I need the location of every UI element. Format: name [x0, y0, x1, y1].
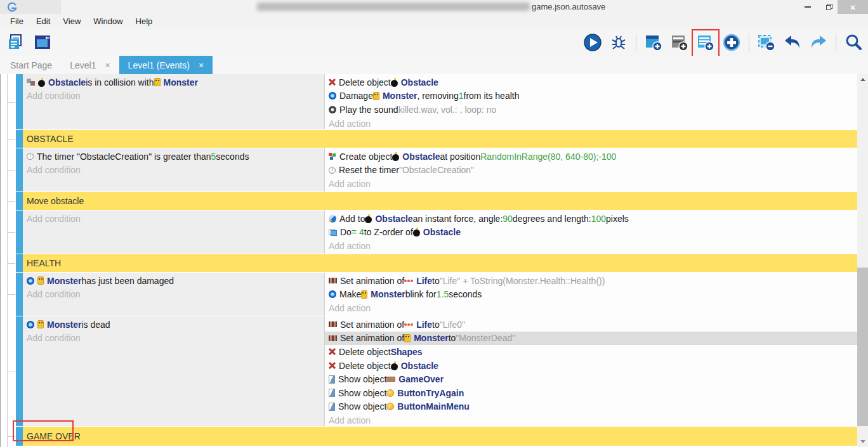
text-token: Create object — [339, 152, 392, 162]
add-scene-button[interactable] — [643, 32, 664, 53]
condition-line[interactable]: Monster is dead — [23, 318, 324, 332]
event-selection-bar[interactable] — [16, 427, 23, 446]
add-condition-button[interactable]: Add condition — [23, 164, 324, 178]
event-row: Monster is deadAdd conditionSet animatio… — [1, 316, 857, 426]
search-button[interactable] — [843, 32, 864, 53]
tab-close-icon[interactable]: × — [199, 60, 204, 70]
event-selection-bar[interactable] — [16, 148, 23, 191]
action-line[interactable]: Reset the timer "ObstacleCreation" — [325, 164, 857, 178]
tab-level1-events-[interactable]: Level1 (Events)× — [119, 56, 213, 74]
action-line[interactable]: Play the sound killed.wav, vol.: , loop:… — [325, 103, 857, 117]
event-selection-bar[interactable] — [16, 192, 23, 210]
add-event-button[interactable] — [695, 32, 716, 53]
event-selection-bar[interactable] — [16, 254, 23, 272]
undo-button[interactable] — [782, 32, 803, 53]
text-token: "Life" + ToString(Monster.Health::Health… — [440, 276, 605, 286]
scene-editor-window-icon — [32, 32, 53, 53]
play-icon — [583, 33, 602, 52]
restore-button[interactable] — [820, 0, 839, 14]
action-line[interactable]: Set animation of Life to "Life0" — [325, 318, 857, 332]
menu-file[interactable]: File — [4, 14, 30, 29]
redo-button[interactable] — [808, 32, 829, 53]
add-action-button[interactable]: Add action — [325, 301, 857, 315]
debug-button[interactable] — [608, 32, 629, 53]
tab-close-icon[interactable]: × — [105, 60, 110, 70]
actions-column: Add to Obstacle an instant force, angle:… — [325, 211, 857, 254]
add-external-events-icon — [669, 32, 690, 53]
action-line[interactable]: Add to Obstacle an instant force, angle:… — [325, 212, 857, 226]
actions-column: Set animation of Life to "Life" + ToStri… — [325, 273, 857, 316]
add-action-button[interactable]: Add action — [325, 117, 857, 131]
event-selection-bar[interactable] — [16, 130, 23, 148]
object-name: Obstacle — [48, 77, 86, 87]
comment-label[interactable]: OBSTACLE — [23, 130, 857, 148]
action-line[interactable]: Show object ButtonTryAgain — [325, 386, 857, 400]
event-row: The timer "ObstacleCreation" is greater … — [1, 148, 857, 191]
action-line[interactable]: Make Monster blink for 1.5 seconds — [325, 288, 857, 302]
remove-event-button[interactable] — [756, 32, 777, 53]
scroll-up-arrow[interactable] — [857, 74, 868, 85]
menu-help[interactable]: Help — [129, 14, 159, 29]
menu-edit[interactable]: Edit — [30, 14, 56, 29]
project-manager-button[interactable] — [5, 32, 27, 53]
action-line[interactable]: Delete object Obstacle — [325, 359, 857, 373]
scene-editor-window-button[interactable] — [32, 32, 53, 53]
menu-window[interactable]: Window — [87, 14, 129, 29]
play-button[interactable] — [582, 32, 603, 53]
text-token: seconds — [449, 289, 482, 299]
action-line[interactable]: Delete object Shapes — [325, 345, 857, 359]
action-line[interactable]: Show object GameOver — [325, 372, 857, 386]
add-condition-button[interactable]: Add condition — [23, 332, 324, 346]
add-condition-button[interactable]: Add condition — [23, 288, 324, 302]
text-token: 90 — [503, 214, 513, 224]
object-name: Life — [416, 276, 432, 286]
toolbar-left-group — [5, 32, 53, 53]
add-action-button[interactable]: Add action — [325, 239, 857, 253]
event-gutter — [1, 427, 16, 446]
condition-line[interactable]: The timer "ObstacleCreation" is greater … — [23, 150, 324, 164]
action-line[interactable]: Set animation of Life to "Life" + ToStri… — [325, 274, 857, 288]
condition-line[interactable]: Obstacle is in collision with Monster — [23, 75, 324, 89]
event-gutter — [1, 211, 16, 254]
event-gutter — [1, 130, 16, 148]
action-line[interactable]: Damage Monster, removing 1 from its heal… — [325, 89, 857, 103]
text-token: "ObstacleCreation" — [399, 165, 474, 175]
action-line[interactable]: Show object ButtonMainMenu — [325, 400, 857, 414]
event-selection-bar[interactable] — [16, 74, 23, 129]
action-line[interactable]: Set animation of Monster to "MonsterDead… — [325, 332, 857, 346]
comment-label[interactable]: HEALTH — [23, 254, 857, 272]
tab-start-page[interactable]: Start Page — [1, 56, 61, 74]
minimize-button[interactable] — [798, 0, 817, 14]
add-action-button[interactable]: Add action — [325, 413, 857, 427]
close-button[interactable]: × — [838, 0, 868, 14]
text-token: from its health — [464, 91, 520, 101]
scrollbar-thumb[interactable] — [857, 268, 868, 426]
add-object-button[interactable] — [721, 32, 742, 53]
conditions-column: Monster is deadAdd condition — [23, 316, 325, 426]
animation-icon — [329, 335, 337, 341]
vertical-scrollbar[interactable] — [857, 74, 868, 447]
add-condition-button[interactable]: Add condition — [23, 212, 324, 226]
comment-label[interactable]: GAME OVER — [23, 427, 857, 446]
placeholder-label: Add action — [329, 303, 371, 313]
condition-line[interactable]: Monster has just been damaged — [23, 274, 324, 288]
add-action-button[interactable]: Add action — [325, 177, 857, 191]
action-line[interactable]: Create object Obstacle at position Rando… — [325, 150, 857, 164]
health-behavior-icon — [27, 321, 34, 328]
event-selection-bar[interactable] — [16, 211, 23, 254]
event-gutter — [1, 192, 16, 210]
action-line[interactable]: Delete object Obstacle — [325, 75, 857, 89]
menu-view[interactable]: View — [56, 14, 87, 29]
event-row: Obstacle is in collision with MonsterAdd… — [1, 74, 857, 129]
add-condition-button[interactable]: Add condition — [23, 89, 324, 103]
text-token: to Z-order of — [364, 227, 413, 237]
scroll-down-arrow[interactable] — [857, 436, 868, 447]
action-line[interactable]: Do = 4 to Z-order of Obstacle — [325, 226, 857, 240]
text-token: "Life0" — [440, 320, 465, 330]
event-selection-bar[interactable] — [16, 273, 23, 316]
text-token: Do — [340, 227, 352, 237]
tab-level1[interactable]: Level1× — [61, 56, 119, 74]
add-external-events-button[interactable] — [669, 32, 690, 53]
comment-label[interactable]: Move obstacle — [23, 192, 857, 210]
event-selection-bar[interactable] — [16, 316, 23, 426]
